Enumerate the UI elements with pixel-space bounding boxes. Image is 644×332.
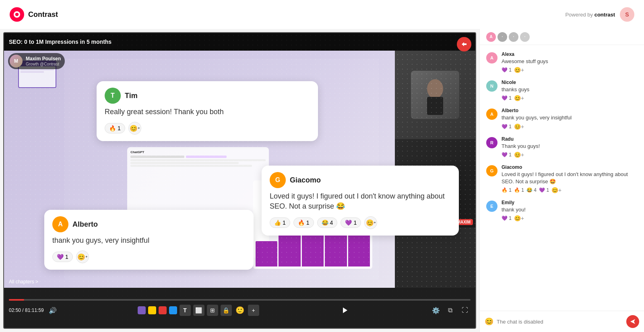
chat-content-alexa: Alexa Awesome stuff guys 💜 1 😊+ — [502, 51, 638, 73]
bubble-tim-avatar: T — [105, 88, 121, 104]
logo-area: Contrast — [10, 7, 58, 22]
volume-icon[interactable]: 🔊 — [47, 305, 58, 316]
header-right: Powered by contrast S — [565, 7, 634, 22]
chat-avatar-nicole: N — [486, 80, 497, 92]
record-button[interactable] — [457, 37, 471, 51]
add-reaction-nicole[interactable]: 😊+ — [514, 95, 524, 101]
controls-row: 02:50 / 81:11:59 🔊 T ⬜ ⊞ 🔒 🙂 + — [9, 304, 471, 317]
logo-icon — [10, 7, 24, 22]
chat-bubble-tim: T Tim Really great session! Thank you bo… — [97, 81, 318, 141]
reaction-alberto-heart: 💜 1 — [502, 124, 512, 129]
avatar-4: · — [520, 32, 530, 42]
presenter-avatar: M — [10, 55, 23, 68]
presenter-info: Maxim Poulsen Growth @Contrast — [26, 56, 61, 66]
chat-input-area: 😊 — [480, 311, 644, 332]
fullscreen-icon[interactable]: ⛶ — [459, 305, 471, 316]
chat-message-emily: E Emily thank you! 💜 1 😊+ — [480, 197, 644, 225]
presenter-name: Maxim Poulsen — [26, 56, 61, 61]
reaction-heart-2[interactable]: 💜1 — [341, 217, 361, 228]
bubble-tim-header: T Tim — [105, 88, 310, 104]
reaction-nicole-heart: 💜 1 — [502, 95, 512, 101]
plus-tool[interactable]: + — [248, 305, 259, 316]
chat-sidebar: A · · · A Alexa Awesome stuff guys 💜 1 😊… — [479, 29, 644, 332]
emoji-tool[interactable]: 🙂 — [234, 305, 246, 316]
svg-marker-4 — [343, 307, 347, 313]
header: Contrast Powered by contrast S — [0, 0, 644, 29]
chat-avatar-radu: R — [486, 137, 497, 148]
reaction-thumbs[interactable]: 👍1 — [270, 217, 290, 228]
chat-message-giacomo: G Giacomo Loved it guys! I figured out I… — [480, 161, 644, 197]
progress-bar[interactable] — [9, 299, 471, 301]
chat-message-alberto: A Alberto thank you guys, very insightfu… — [480, 105, 644, 133]
reaction-alexa-heart: 💜 1 — [502, 67, 512, 73]
chat-reactions-alberto: 💜 1 😊+ — [502, 123, 638, 130]
presenter-bar: M Maxim Poulsen Growth @Contrast — [8, 53, 65, 69]
reaction-add-button-2[interactable]: 😊+ — [76, 250, 89, 263]
add-reaction-alberto[interactable]: 😊+ — [514, 123, 524, 130]
video-topbar: SEO: 0 to 1M Impressions in 5 months — [4, 33, 475, 51]
text-tool[interactable]: T — [180, 305, 191, 316]
chat-text-radu: Thank you guys! — [502, 143, 638, 150]
video-area: SEO: 0 to 1M Impressions in 5 months M M… — [3, 32, 476, 329]
color-purple[interactable] — [138, 306, 146, 314]
chat-message-alexa: A Alexa Awesome stuff guys 💜 1 😊+ — [480, 48, 644, 76]
chat-send-button[interactable] — [626, 315, 639, 328]
chapters-button[interactable]: All chapters > — [9, 279, 38, 285]
chat-reactions-emily: 💜 1 😊+ — [502, 215, 638, 221]
color-red[interactable] — [159, 306, 167, 314]
chat-text-emily: thank you! — [502, 206, 638, 213]
reaction-add-button-3[interactable]: 😊+ — [364, 216, 377, 229]
chat-name-radu: Radu — [502, 136, 638, 142]
add-reaction-radu[interactable]: 😊+ — [514, 152, 524, 158]
reaction-giacomo-laugh: 😂 4 — [526, 187, 537, 193]
chat-content-nicole: Nicole thanks guys 💜 1 😊+ — [502, 80, 638, 101]
reaction-add-button[interactable]: 😊+ — [128, 122, 141, 135]
add-reaction-alexa[interactable]: 😊+ — [514, 67, 524, 73]
reaction-heart[interactable]: 💜1 — [52, 252, 73, 262]
reaction-fire-2[interactable]: 🔥1 — [293, 217, 314, 228]
bubble-tim-text: Really great session! Thank you both — [105, 107, 310, 117]
chat-name-alberto: Alberto — [502, 108, 638, 113]
chat-text-giacomo: Loved it guys! I figured out I don't kno… — [502, 171, 638, 185]
color-yellow[interactable] — [148, 306, 156, 314]
avatar-2: · — [497, 32, 507, 42]
chat-content-alberto: Alberto thank you guys, very insightful … — [502, 108, 638, 129]
reaction-fire[interactable]: 🔥1 — [105, 123, 125, 133]
chat-text-alberto: thank you guys, very insightful — [502, 114, 638, 121]
user-avatar[interactable]: S — [620, 7, 634, 22]
chat-avatar-alexa: A — [486, 52, 497, 64]
svg-point-2 — [427, 79, 443, 98]
chat-avatar-emily: E — [486, 201, 497, 212]
chat-avatar-giacomo: G — [486, 165, 497, 176]
chat-reactions-radu: 💜 1 😊+ — [502, 152, 638, 158]
chat-reactions-giacomo: 🔥 1 🔥 1 😂 4 💜 1 😊+ — [502, 187, 638, 193]
time-display: 02:50 / 81:11:59 — [9, 307, 44, 313]
progress-fill — [9, 299, 24, 301]
reaction-laugh[interactable]: 😂4 — [317, 217, 338, 228]
chat-input[interactable] — [497, 319, 623, 325]
chat-bubble-giacomo: G Giacomo Loved it guys! I figured out I… — [262, 166, 459, 236]
add-reaction-giacomo[interactable]: 😊+ — [551, 187, 561, 193]
chat-content-emily: Emily thank you! 💜 1 😊+ — [502, 200, 638, 221]
settings-icon[interactable]: ⚙️ — [430, 305, 442, 316]
pip-icon[interactable]: ⧉ — [445, 305, 456, 316]
color-blue[interactable] — [169, 306, 177, 314]
chat-content-giacomo: Giacomo Loved it guys! I figured out I d… — [502, 164, 638, 193]
svg-rect-3 — [427, 97, 443, 115]
chat-message-radu: R Radu Thank you guys! 💜 1 😊+ — [480, 133, 644, 161]
frame-tool[interactable]: ⬜ — [193, 305, 204, 316]
lock-tool[interactable]: 🔒 — [221, 305, 232, 316]
reaction-emily-heart: 💜 1 — [502, 215, 512, 221]
chat-message-nicole: N Nicole thanks guys 💜 1 😊+ — [480, 76, 644, 105]
chat-reactions-alexa: 💜 1 😊+ — [502, 67, 638, 73]
bubble-alberto-name: Alberto — [72, 220, 98, 229]
chat-avatar-alberto: A — [486, 109, 497, 120]
emoji-input-icon[interactable]: 😊 — [485, 317, 493, 326]
chat-text-alexa: Awesome stuff guys — [502, 58, 638, 65]
chat-content-radu: Radu Thank you guys! 💜 1 😊+ — [502, 136, 638, 158]
table-tool[interactable]: ⊞ — [207, 305, 218, 316]
play-button[interactable] — [338, 304, 351, 317]
add-reaction-emily[interactable]: 😊+ — [514, 215, 524, 221]
chat-name-alexa: Alexa — [502, 51, 638, 57]
presenter-thumb-top — [395, 51, 475, 139]
